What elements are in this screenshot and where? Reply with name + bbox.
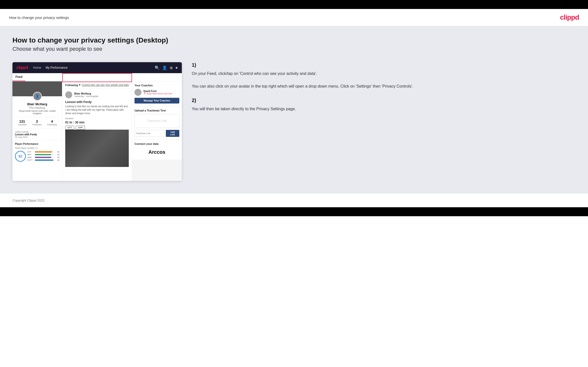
connect-title: Connect your data [134,142,179,145]
feed-label: Feed [12,73,25,81]
feed-post: Blair McHarg Yesterday · Sunningdale Les… [62,89,132,170]
stat-activities: 131 Activities [18,119,27,126]
stat-activities-label: Activities [18,123,27,126]
instruction-1-text: On your Feed, click/tap on 'Control who … [192,70,576,90]
post-title: Lesson with Fordy [65,100,129,104]
profile-info: Blair McHarg Plus Handicap Royal North D… [12,96,62,128]
trackman-placeholder: Trackman Link [134,114,179,128]
post-author-info: Blair McHarg Yesterday · Sunningdale [74,92,98,98]
latest-activity-date: 03 Aug 2022 [15,136,60,138]
arccos-label: Arccos [134,147,179,157]
manage-coaches-button[interactable]: Manage Your Coaches [134,98,179,104]
coach-avatar [134,89,141,96]
instruction-2-number: 2) [192,98,576,103]
app-screenshot: clippd Home My Performance 🔍 👤 ⊕ ● Feed [12,62,182,181]
profile-tag: Plus Handicap [15,106,60,109]
player-performance: Player Performance Total Player Quality … [12,140,62,164]
post-author-avatar [65,91,72,98]
coach-row: David Ford 📍 Royal North Devon Golf Club [134,89,179,96]
quality-label: Total Player Quality i [15,147,60,149]
instruction-2: 2) You will then be taken directly to th… [192,98,576,112]
app-nav-bar: clippd Home My Performance 🔍 👤 ⊕ ● [12,62,182,73]
coaches-title: Your Coaches [134,84,179,87]
stat-followers-label: Followers [32,123,42,126]
instruction-2-text: You will then be taken directly to the P… [192,106,576,112]
coach-name: David Ford [143,90,172,93]
add-link-button[interactable]: Add Link [166,130,179,137]
stat-followers-num: 3 [32,119,42,123]
metric-putt: PUTT 96 [27,159,60,161]
tag-app: APP [76,126,85,130]
app-nav-performance[interactable]: My Performance [46,66,67,69]
content-row: clippd Home My Performance 🔍 👤 ⊕ ● Feed [12,62,576,181]
app-nav-home[interactable]: Home [33,66,41,69]
post-author-name: Blair McHarg [74,92,98,95]
search-icon[interactable]: 🔍 [155,65,160,70]
stat-activities-num: 131 [18,119,27,123]
metrics: OTT 90 APP 85 ARG [27,151,60,162]
post-meta: Yesterday · Sunningdale [74,95,98,98]
avatar: 👤 [33,92,42,101]
top-black-bar [0,0,588,9]
quality-row: 92 OTT 90 APP 85 [15,151,60,162]
coaches-section: Your Coaches David Ford 📍 Royal North De… [132,81,182,106]
instruction-1: 1) On your Feed, click/tap on 'Control w… [192,62,576,90]
latest-activity-label: Latest Activity [15,131,60,133]
latest-activity-title: Lesson with Fordy [15,133,60,136]
coach-info: David Ford 📍 Royal North Devon Golf Club [143,90,172,95]
app-logo: clippd [16,65,28,70]
right-panel: Your Coaches David Ford 📍 Royal North De… [132,81,182,181]
profile-sidebar: 👤 Blair McHarg Plus Handicap Royal North… [12,81,62,181]
person-icon[interactable]: 👤 [162,65,167,70]
player-performance-title: Player Performance [15,143,60,145]
app-body: 👤 Blair McHarg Plus Handicap Royal North… [12,81,182,181]
connect-section: Connect your data Arccos [132,140,182,159]
location-icon: 📍 [143,93,146,95]
post-text: Looking to feel like my hands are exitin… [65,105,129,115]
coach-club: 📍 Royal North Devon Golf Club [143,93,172,95]
instructions-panel: 1) On your Feed, click/tap on 'Control w… [192,62,576,120]
score-circle: 92 [15,151,26,162]
profile-cover: 👤 [12,81,62,96]
app-nav-icons: 🔍 👤 ⊕ ● [155,65,178,70]
footer-text: Copyright Clippd 2022 [12,199,45,202]
profile-stats: 131 Activities 3 Followers 4 Following [15,117,60,126]
stat-followers: 3 Followers [32,119,42,126]
upload-title: Upload a Trackman Test [134,109,179,112]
post-image [65,130,129,167]
page-heading: How to change your privacy settings (Des… [12,36,576,44]
latest-activity: Latest Activity Lesson with Fordy 03 Aug… [12,128,62,140]
main-content: How to change your privacy settings (Des… [0,26,588,193]
chevron-down-icon: ▾ [79,83,80,87]
tag-ott: OTT [65,126,74,130]
feed-middle: Following ▾ Control who can see your act… [62,81,132,181]
profile-name: Blair McHarg [15,102,60,106]
stat-following: 4 Following [47,119,57,126]
browser-title: How to change your privacy settings [9,15,69,20]
post-header: Blair McHarg Yesterday · Sunningdale [65,91,129,98]
compass-icon[interactable]: ⊕ [170,65,173,70]
profile-club: Royal North Devon Golf Club, United King… [15,110,60,115]
stat-following-num: 4 [47,119,57,123]
stat-following-label: Following [47,123,57,126]
control-link[interactable]: Control who can see your activity and da… [82,84,129,86]
metric-arg: ARG 86 [27,156,60,158]
upload-section: Upload a Trackman Test Trackman Link Add… [132,106,182,139]
trackman-input-row: Add Link [134,130,179,137]
page-subheading: Choose what you want people to see [12,46,576,52]
footer: Copyright Clippd 2022 [0,193,588,207]
app-nav-links: Home My Performance [33,66,67,69]
post-tags: OTT APP [65,126,129,130]
avatar-icon[interactable]: ● [175,65,178,70]
instruction-1-number: 1) [192,62,576,68]
metric-app: APP 85 [27,154,60,156]
bottom-black-bar [0,207,588,216]
trackman-input[interactable] [134,130,165,137]
metric-ott: OTT 90 [27,151,60,153]
following-button[interactable]: Following ▾ [65,83,80,87]
info-icon: i [35,147,38,149]
clippd-logo: clippd [560,13,579,21]
feed-header: Following ▾ Control who can see your act… [62,81,132,89]
top-navigation: How to change your privacy settings clip… [0,9,588,26]
post-duration-label: Duration [65,117,129,120]
